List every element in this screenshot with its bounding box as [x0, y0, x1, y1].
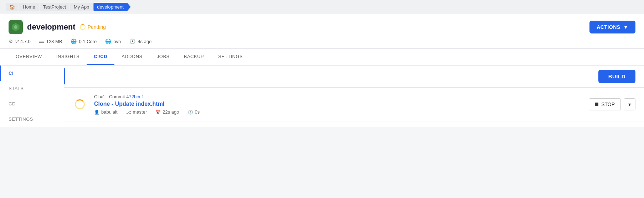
memory-icon: ▬ [39, 38, 44, 44]
build-time: 📅 22s ago [155, 109, 179, 115]
gear-icon: ⚙ [9, 38, 13, 44]
breadcrumb-testproject[interactable]: TestProject [40, 3, 69, 11]
sidebar-stats-label: STATS [9, 86, 24, 91]
avatar [9, 20, 23, 34]
status-badge: Pending [80, 24, 106, 30]
commit-label: CI #1 : Commit [94, 94, 125, 99]
sidebar: CI STATS CD SETTINGS [0, 66, 64, 127]
tabs-bar: OVERVIEW INSIGHTS CI/CD ADDONS JOBS BACK… [0, 49, 644, 66]
branch-icon: ⎇ [126, 110, 131, 115]
stop-icon [595, 103, 598, 106]
build-label: BUILD [608, 73, 625, 79]
region-value: ovh [113, 39, 121, 44]
main-content: CI STATS CD SETTINGS BUILD [0, 66, 644, 127]
breadcrumb-label: TestProject [43, 4, 66, 10]
tab-addons[interactable]: ADDONS [114, 49, 150, 65]
tab-cicd[interactable]: CI/CD [87, 49, 114, 65]
ci-build-item: CI #1 : Commit 472bcef Clone - Update in… [64, 88, 644, 121]
breadcrumb: 🏠 Home TestProject My App development [0, 0, 644, 14]
branch-value: master [133, 109, 147, 115]
region-globe-icon: 🌐 [105, 38, 111, 44]
build-branch: ⎇ master [126, 109, 147, 115]
stop-label: STOP [601, 101, 615, 107]
duration-clock-icon: 🕐 [188, 110, 193, 115]
sidebar-item-stats[interactable]: STATS [0, 81, 64, 96]
tab-insights[interactable]: INSIGHTS [49, 49, 87, 65]
right-content: BUILD CI #1 : Commit 472bcef Clone - Upd… [64, 66, 644, 127]
region-meta: 🌐 ovh [105, 38, 121, 44]
user-icon: 👤 [94, 110, 99, 115]
version-value: v14.7.0 [15, 39, 31, 44]
tab-backup[interactable]: BACKUP [177, 49, 211, 65]
breadcrumb-label: My App [74, 4, 89, 10]
status-label: Pending [88, 24, 106, 30]
build-title: Clone - Update index.html [94, 101, 582, 107]
breadcrumb-label: development [97, 4, 123, 10]
breadcrumb-home[interactable]: 🏠 [6, 3, 19, 11]
sidebar-cd-label: CD [9, 101, 16, 106]
build-header: BUILD [65, 66, 644, 87]
sidebar-item-settings[interactable]: SETTINGS [0, 111, 64, 127]
tab-jobs[interactable]: JOBS [150, 49, 177, 65]
breadcrumb-home-label[interactable]: Home [19, 3, 39, 11]
time-meta: 🕐 4s ago [129, 38, 151, 44]
author-value: babulalt [101, 109, 118, 115]
svg-point-1 [14, 25, 17, 29]
app-title-row: development Pending [9, 20, 106, 34]
app-header: development Pending ACTIONS ▼ ⚙ v14.7.0 … [0, 14, 644, 49]
memory-value: 128 MB [46, 39, 62, 44]
home-icon: 🏠 [9, 4, 15, 10]
stop-button[interactable]: STOP [589, 98, 621, 110]
sidebar-item-ci[interactable]: CI [0, 66, 64, 81]
sidebar-ci-label: CI [9, 71, 14, 76]
time-value: 4s ago [138, 39, 151, 44]
app-meta: ⚙ v14.7.0 ▬ 128 MB 🌐 0.1 Core 🌐 ovh 🕐 4s… [9, 38, 635, 48]
breadcrumb-myapp[interactable]: My App [70, 3, 93, 11]
time-value: 22s ago [163, 109, 179, 115]
breadcrumb-development[interactable]: development [93, 3, 130, 11]
build-actions: STOP ▾ [589, 98, 635, 110]
core-value: 0.1 Core [79, 39, 97, 44]
commit-hash-link[interactable]: 472bcef [126, 94, 143, 99]
build-info: CI #1 : Commit 472bcef Clone - Update in… [94, 94, 582, 115]
actions-label: ACTIONS [597, 24, 620, 30]
build-spinner-wrapper [73, 99, 87, 109]
clock-icon: 🕐 [129, 38, 135, 44]
build-duration: 🕐 0s [188, 109, 200, 115]
sidebar-item-cd[interactable]: CD [0, 96, 64, 111]
tab-settings[interactable]: SETTINGS [211, 49, 250, 65]
expand-button[interactable]: ▾ [624, 98, 635, 110]
spinner-icon [80, 24, 86, 30]
chevron-down-icon: ▼ [623, 24, 628, 30]
app-name: development [27, 22, 76, 32]
version-meta: ⚙ v14.7.0 [9, 38, 31, 44]
calendar-icon: 📅 [155, 110, 161, 115]
tab-overview[interactable]: OVERVIEW [9, 49, 49, 65]
build-spinner-icon [75, 99, 85, 109]
build-meta: 👤 babulalt ⎇ master 📅 22s ago 🕐 0s [94, 109, 582, 115]
core-meta: 🌐 0.1 Core [71, 38, 97, 44]
sidebar-settings-label: SETTINGS [9, 116, 33, 122]
chevron-down-icon: ▾ [628, 101, 631, 107]
globe-icon: 🌐 [71, 38, 77, 44]
breadcrumb-label: Home [23, 4, 35, 10]
build-commit-line: CI #1 : Commit 472bcef [94, 94, 582, 99]
build-button[interactable]: BUILD [598, 70, 635, 83]
duration-value: 0s [195, 109, 200, 115]
memory-meta: ▬ 128 MB [39, 38, 62, 44]
actions-button[interactable]: ACTIONS ▼ [589, 21, 635, 33]
build-author: 👤 babulalt [94, 109, 118, 115]
